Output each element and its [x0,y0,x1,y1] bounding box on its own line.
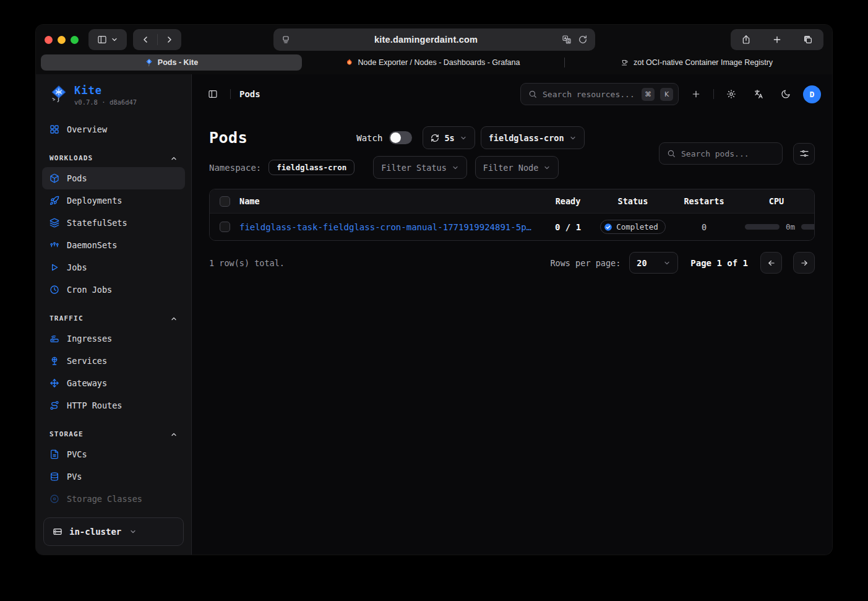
select-all-checkbox[interactable] [220,196,230,207]
minimize-window-button[interactable] [58,36,66,44]
close-window-button[interactable] [45,36,53,44]
app-sidebar-toggle[interactable] [203,84,223,104]
rows-per-page-label: Rows per page: [550,258,621,268]
settings-button[interactable] [721,84,741,104]
avatar[interactable]: D [803,85,821,103]
sidebar-item-pvs[interactable]: PVs [42,465,185,488]
tab-grafana[interactable]: Node Exporter / Nodes - Dashboards - Gra… [302,54,563,71]
users-icon [49,240,59,250]
k-key-badge: K [660,88,673,101]
desktop: kite.damingerdaint.com Pods - Kite Node … [0,0,868,601]
refresh-interval-dropdown[interactable]: 5s [423,126,475,149]
forward-button[interactable] [158,29,181,50]
column-status[interactable]: Status [596,196,669,206]
address-bar[interactable]: kite.damingerdaint.com [273,28,595,51]
new-tab-button[interactable] [762,29,793,50]
ready-value: 0 / 1 [539,222,596,232]
sidebar-item-storageclasses[interactable]: Storage Classes [42,488,185,510]
sidebar-item-cronjobs[interactable]: Cron Jobs [42,279,185,301]
namespace-badge: fieldglass-cron [269,160,355,175]
sidebar-item-label: DaemonSets [67,240,117,250]
chevron-down-icon [460,134,467,142]
watch-toggle[interactable] [389,131,412,144]
column-ready[interactable]: Ready [539,196,596,206]
chevron-up-icon [170,431,178,438]
sidebar-item-services[interactable]: Services [42,350,185,372]
reload-icon[interactable] [578,35,588,45]
traffic-lights [45,36,79,44]
column-cpu[interactable]: CPU [739,196,814,206]
chevron-down-icon [663,259,671,267]
sidebar-item-deployments[interactable]: Deployments [42,189,185,212]
router-icon [49,334,59,344]
tab-pods-kite[interactable]: Pods - Kite [41,54,302,71]
prev-page-button[interactable] [760,252,782,274]
section-traffic[interactable]: TRAFFIC [42,314,185,322]
cpu-bar [745,224,780,230]
translate-icon[interactable] [562,35,572,45]
zoom-window-button[interactable] [71,36,79,44]
sidebar-item-statefulsets[interactable]: StatefulSets [42,212,185,234]
row-checkbox[interactable] [220,222,230,232]
route-icon [49,400,59,410]
app-topbar: Pods ⌘ K D [192,74,832,114]
section-workloads[interactable]: WORKLOADS [42,154,185,162]
kite-favicon [145,58,153,67]
cpu-value: 0m [786,222,795,231]
status-badge: Completed [600,220,666,234]
browser-window: kite.damingerdaint.com Pods - Kite Node … [36,25,832,555]
column-name[interactable]: Name [239,196,539,206]
browser-sidebar-toggle[interactable] [88,29,127,50]
breadcrumb: Pods [239,89,260,99]
tab-bar: Pods - Kite Node Exporter / Nodes - Dash… [36,54,832,74]
sidebar-item-label: StatefulSets [67,218,127,228]
cmd-key-badge: ⌘ [642,88,655,101]
sidebar-item-overview[interactable]: Overview [42,118,185,141]
sidebar-item-daemonsets[interactable]: DaemonSets [42,234,185,256]
sidebar-item-gateways[interactable]: Gateways [42,372,185,394]
chevron-down-icon [452,164,459,171]
sidebar-item-ingresses[interactable]: Ingresses [42,327,185,350]
url-text: kite.damingerdaint.com [291,35,562,45]
grid-icon [49,124,59,134]
pod-name-link[interactable]: fieldglass-task-fieldglass-cron-manual-1… [239,222,535,232]
chevron-up-icon [170,155,178,162]
pods-search[interactable] [659,142,783,165]
browser-toolbar: kite.damingerdaint.com [36,25,832,54]
page-title: Pods [209,129,247,147]
sidebar-item-jobs[interactable]: Jobs [42,256,185,279]
namespace-dropdown[interactable]: fieldglass-cron [481,126,585,149]
sidebar-item-pvcs[interactable]: PVCs [42,443,185,465]
sidebar-item-label: Deployments [67,196,122,205]
language-button[interactable] [749,84,768,104]
global-search-input[interactable] [543,90,636,99]
sidebar-item-pods[interactable]: Pods [42,167,185,189]
window-actions [731,29,823,50]
back-button[interactable] [134,29,157,50]
app-logo[interactable]: Kite v0.7.8 · d8a6d47 [36,74,191,113]
pods-search-input[interactable] [681,149,775,158]
browser-nav-buttons [133,29,181,50]
tab-overview-button[interactable] [793,29,823,50]
section-storage[interactable]: STORAGE [42,430,185,438]
filter-node-dropdown[interactable]: Filter Node [475,156,559,179]
cluster-name: in-cluster [69,527,121,537]
next-page-button[interactable] [793,252,815,274]
search-icon [667,149,676,158]
cluster-selector[interactable]: in-cluster [43,517,184,546]
column-settings-button[interactable] [793,143,815,165]
column-restarts[interactable]: Restarts [669,196,739,206]
rows-per-page-dropdown[interactable]: 20 [629,252,678,274]
reader-icon[interactable] [281,35,291,45]
tab-zot[interactable]: zot OCI-native Container Image Registry [566,54,827,71]
database-icon [49,472,59,482]
filter-status-dropdown[interactable]: Filter Status [373,156,467,179]
chevron-down-icon [111,36,118,43]
theme-toggle-button[interactable] [776,84,796,104]
share-button[interactable] [731,29,762,50]
create-resource-button[interactable] [686,84,706,104]
global-search[interactable]: ⌘ K [520,83,679,105]
sidebar-item-httproutes[interactable]: HTTP Routes [42,394,185,417]
table-footer: 1 row(s) total. Rows per page: 20 Page 1… [209,252,815,274]
search-icon [528,90,537,98]
